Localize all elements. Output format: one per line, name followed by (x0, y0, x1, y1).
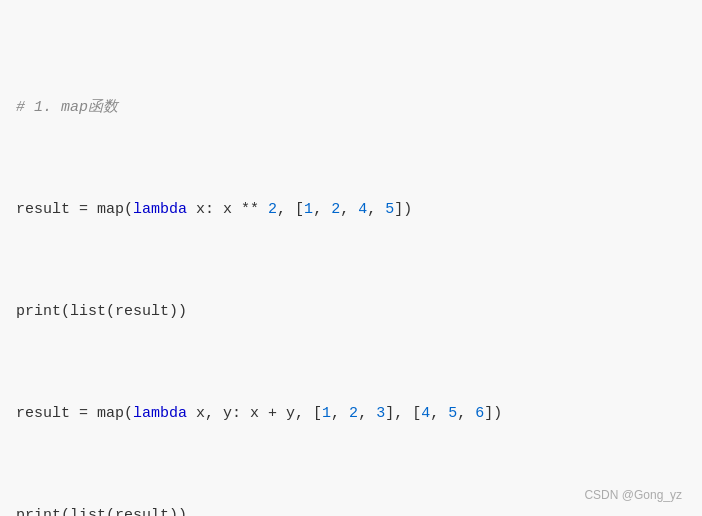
comment-map: # 1. map函数 (16, 99, 118, 116)
line-comment-1: # 1. map函数 (16, 95, 686, 121)
code-text: result = map( (16, 201, 133, 218)
line-result-map2: result = map(lambda x, y: x + y, [1, 2, … (16, 401, 686, 427)
watermark: CSDN @Gong_yz (584, 488, 682, 502)
num-2-1: 2 (268, 201, 277, 218)
code-container: # 1. map函数 result = map(lambda x: x ** 2… (0, 0, 702, 516)
keyword-lambda-1: lambda (133, 201, 187, 218)
line-print-2: print(list(result)) (16, 503, 686, 517)
keyword-lambda-2: lambda (133, 405, 187, 422)
line-result-map1: result = map(lambda x: x ** 2, [1, 2, 4,… (16, 197, 686, 223)
code-block: # 1. map函数 result = map(lambda x: x ** 2… (16, 18, 686, 516)
line-print-1: print(list(result)) (16, 299, 686, 325)
